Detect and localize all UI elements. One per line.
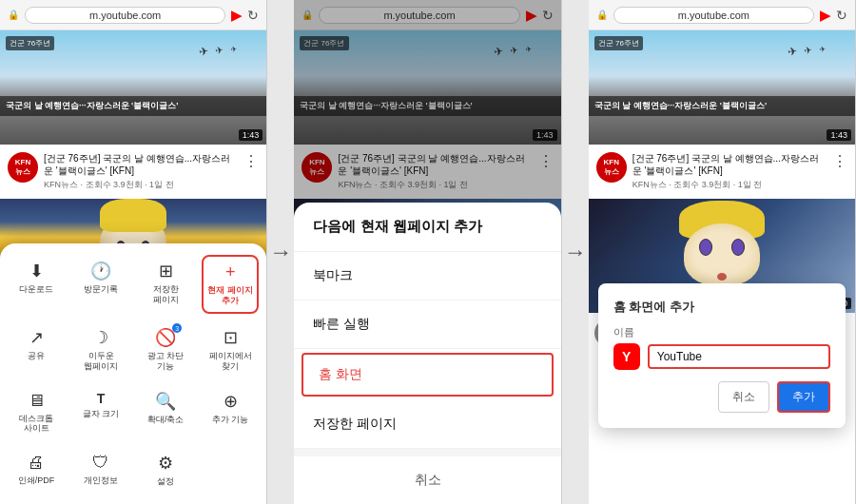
zoom-icon: 🔍 <box>155 391 176 412</box>
settings-icon: ⚙ <box>158 453 173 474</box>
menu-zoom[interactable]: 🔍 확대/축소 <box>137 385 194 440</box>
saved-icon: ⊞ <box>159 261 173 281</box>
saved-label: 저장한페이지 <box>153 284 179 305</box>
menu-download[interactable]: ⬇ 다운로드 <box>8 255 65 314</box>
panel-2: 🔒 m.youtube.com ▶ ↻ 건군 76주년 ✈ ✈ ✈ 국군의 날 … <box>294 0 561 504</box>
privacy-label: 개인정보 <box>84 475 118 486</box>
add-home-name-label: 이름 <box>613 325 830 339</box>
video-meta-1: KFN뉴스 · 조회수 3.9천회 · 1일 전 <box>44 179 238 191</box>
duration-badge-1: 1:43 <box>239 129 263 141</box>
menu-history[interactable]: 🕐 방문기록 <box>72 255 129 314</box>
refresh-icon-1[interactable]: ↻ <box>247 8 259 23</box>
arrow-1: → <box>267 0 294 504</box>
privacy-icon: 🛡 <box>92 453 109 473</box>
print-icon: 🖨 <box>28 453 45 473</box>
menu-grid: ⬇ 다운로드 🕐 방문기록 ⊞ 저장한페이지 + 현재 페이지추가 ↗ 공유 ☽ <box>8 255 259 493</box>
menu-add-page[interactable]: + 현재 페이지추가 <box>202 255 259 314</box>
add-home-screen-dialog: 홈 화면에 추가 이름 Y YouTube 취소 추가 <box>598 283 846 428</box>
history-icon: 🕐 <box>90 261 111 281</box>
url-bar-1[interactable]: m.youtube.com <box>25 7 225 24</box>
video-text-3: [건군 76주년] 국군의 날 예행연습...자랑스러운 '블랙이글스' [KF… <box>632 152 827 191</box>
settings-label: 설정 <box>157 476 174 487</box>
panel-3: 🔒 m.youtube.com ▶ ↻ 건군 76주년 ✈ ✈ ✈ 국군의 날 … <box>589 0 856 504</box>
dialog-item-quick[interactable]: 빠른 실행 <box>294 300 560 349</box>
adblock-icon: 🚫3 <box>155 327 176 348</box>
menu-font[interactable]: T 글자 크기 <box>72 385 129 440</box>
video-overlay-text-3: 국군의 날 예행연습···자랑스러운 '블랙이글스' <box>589 96 855 116</box>
more-label: 추가 기능 <box>212 415 249 425</box>
video-overlay-text-1: 국군의 날 예행연습···자랑스러운 '블랙이글스' <box>0 96 266 116</box>
add-button[interactable]: 추가 <box>777 381 830 413</box>
add-home-title: 홈 화면에 추가 <box>613 299 830 316</box>
browser-bar-3: 🔒 m.youtube.com ▶ ↻ <box>589 0 855 30</box>
font-label: 글자 크기 <box>83 409 120 419</box>
desktop-icon: 🖥 <box>28 391 45 411</box>
video-info-3: KFN뉴스 [건군 76주년] 국군의 날 예행연습...자랑스러운 '블랙이글… <box>589 145 855 199</box>
history-label: 방문기록 <box>84 284 118 295</box>
youtube-icon-1: ▶ <box>231 8 242 23</box>
video-thumbnail-1[interactable]: 건군 76주년 ✈ ✈ ✈ 국군의 날 예행연습···자랑스러운 '블랙이글스'… <box>0 30 266 145</box>
cancel-button[interactable]: 취소 <box>718 381 769 413</box>
name-input[interactable]: YouTube <box>648 344 830 369</box>
name-value: YouTube <box>657 350 702 363</box>
lock-icon: 🔒 <box>8 10 19 20</box>
menu-settings[interactable]: ⚙ 설정 <box>137 447 194 493</box>
bottom-menu: ⬇ 다운로드 🕐 방문기록 ⊞ 저장한페이지 + 현재 페이지추가 ↗ 공유 ☽ <box>0 243 266 504</box>
desktop-label: 데스크톱사이트 <box>19 414 53 435</box>
video-thumbnail-3: 건군 76주년 ✈ ✈ ✈ 국군의 날 예행연습···자랑스러운 '블랙이글스'… <box>589 30 855 145</box>
channel-avatar-3: KFN뉴스 <box>596 152 627 183</box>
print-label: 인쇄/PDF <box>18 475 55 486</box>
menu-saved[interactable]: ⊞ 저장한페이지 <box>137 255 194 314</box>
dialog-action-buttons: 취소 추가 <box>613 381 830 413</box>
video-badge-1: 건군 76주년 <box>6 36 54 50</box>
duration-badge-3: 1:43 <box>827 129 851 141</box>
channel-avatar-1: KFN뉴스 <box>8 152 38 183</box>
video-title-1: [건군 76주년] 국군의 날 예행연습...자랑스러운 '블랙이글스' [KF… <box>44 152 238 177</box>
find-label: 페이지에서찾기 <box>209 351 252 372</box>
menu-print[interactable]: 🖨 인쇄/PDF <box>8 447 65 493</box>
menu-find[interactable]: ⊡ 페이지에서찾기 <box>202 321 259 378</box>
menu-privacy[interactable]: 🛡 개인정보 <box>72 447 129 493</box>
dialog-item-home[interactable]: 홈 화면 <box>302 353 553 397</box>
video-meta-3: KFN뉴스 · 조회수 3.9천회 · 1일 전 <box>632 179 827 191</box>
share-label: 공유 <box>28 351 45 361</box>
video-title-3: [건군 76주년] 국군의 날 예행연습...자랑스러운 '블랙이글스' [KF… <box>632 152 827 177</box>
add-page-icon: + <box>225 262 236 282</box>
dark-icon: ☽ <box>93 327 108 348</box>
url-bar-3[interactable]: m.youtube.com <box>613 7 814 24</box>
lock-icon-3: 🔒 <box>596 10 608 20</box>
adblock-label: 광고 차단기능 <box>147 351 185 372</box>
more-btn-3[interactable]: ⋮ <box>832 152 847 170</box>
find-icon: ⊡ <box>224 327 238 348</box>
share-icon: ↗ <box>29 327 44 348</box>
refresh-icon-3[interactable]: ↻ <box>836 8 847 23</box>
video-text-1: [건군 76주년] 국군의 날 예행연습...자랑스러운 '블랙이글스' [KF… <box>44 152 238 191</box>
dialog-cancel[interactable]: 취소 <box>294 449 560 504</box>
more-features-icon: ⊕ <box>224 391 238 412</box>
more-btn-1[interactable]: ⋮ <box>243 152 259 170</box>
dark-label: 이두운웹페이지 <box>84 351 118 372</box>
add-home-input-row: Y YouTube <box>613 343 830 370</box>
panel-1: 🔒 m.youtube.com ▶ ↻ 건군 76주년 ✈ ✈ ✈ 국군의 날 … <box>0 0 267 504</box>
browser-bar-1: 🔒 m.youtube.com ▶ ↻ <box>0 0 266 30</box>
youtube-icon-3: ▶ <box>820 8 830 23</box>
add-page-label: 현재 페이지추가 <box>207 285 253 306</box>
add-to-page-dialog: 다음에 현재 웹페이지 추가 북마크 빠른 실행 홈 화면 저장한 페이지 취소 <box>294 0 560 504</box>
badge-text: 건군 76주년 <box>10 39 50 48</box>
yt-y-icon: Y <box>613 343 640 370</box>
menu-more[interactable]: ⊕ 추가 기능 <box>202 385 259 440</box>
menu-dark[interactable]: ☽ 이두운웹페이지 <box>72 321 129 378</box>
arrow-2: → <box>562 0 589 504</box>
url-text: m.youtube.com <box>89 10 161 21</box>
download-label: 다운로드 <box>19 284 53 295</box>
video-badge-3: 건군 76주년 <box>594 36 643 50</box>
download-icon: ⬇ <box>29 261 44 281</box>
zoom-label: 확대/축소 <box>147 415 185 425</box>
menu-share[interactable]: ↗ 공유 <box>8 321 65 378</box>
url-text-3: m.youtube.com <box>678 10 749 21</box>
dialog-item-bookmark[interactable]: 북마크 <box>294 252 560 300</box>
video-info-1: KFN뉴스 [건군 76주년] 국군의 날 예행연습...자랑스러운 '블랙이글… <box>0 145 266 199</box>
menu-adblock[interactable]: 🚫3 광고 차단기능 <box>137 321 194 378</box>
dialog-item-saved[interactable]: 저장한 페이지 <box>294 400 560 449</box>
menu-desktop[interactable]: 🖥 데스크톱사이트 <box>8 385 65 440</box>
